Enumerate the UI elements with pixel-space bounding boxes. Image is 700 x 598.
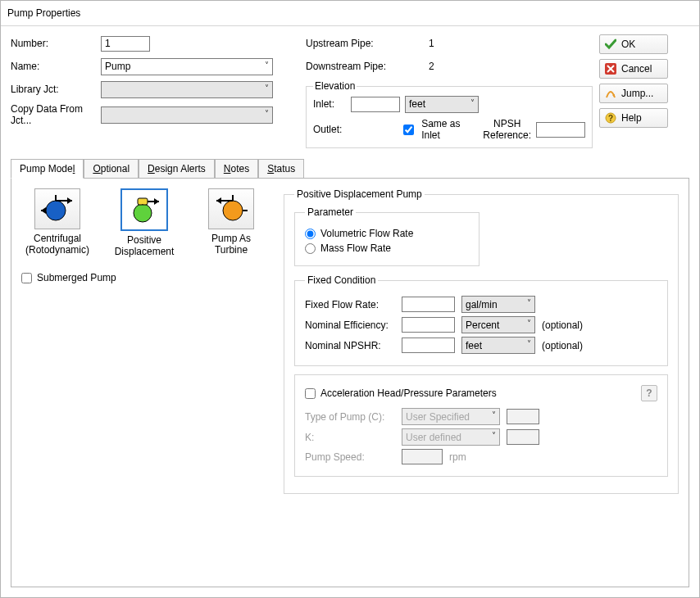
upstream-pipe-label: Upstream Pipe: [306,38,429,49]
window-title: Pump Properties [7,7,80,19]
tab-optional[interactable]: Optional [84,159,139,179]
npsh-ref-input[interactable] [536,122,585,138]
tab-design-alerts[interactable]: Design Alerts [139,159,215,179]
help-icon: ? [605,112,616,124]
pdp-column: Positive Displacement Pump Parameter Vol… [284,188,679,577]
type-pump-select: User Specified [402,408,500,425]
tab-status[interactable]: Status [258,159,304,179]
centrifugal-icon [41,194,74,224]
outlet-label: Outlet: [313,124,344,135]
type-pump-label: Type of Pump (C): [305,411,395,423]
pump-type-column: Centrifugal (Rotodynamic) Positive Displ… [21,188,267,577]
copy-data-label: Copy Data From Jct... [11,103,101,126]
ok-button[interactable]: OK [599,34,668,54]
pump-type-centrifugal[interactable]: Centrifugal (Rotodynamic) [21,188,93,257]
pipe-elev-fields: Upstream Pipe: 1 Downstream Pipe: 2 Elev… [306,34,593,148]
positive-displacement-caption: Positive Displacement [108,234,180,257]
pat-caption: Pump As Turbine [195,233,267,256]
number-label: Number: [11,38,101,49]
copy-data-select[interactable] [101,106,273,124]
title-bar: Pump Properties [1,1,699,26]
k-value-input [507,429,539,445]
pump-speed-label: Pump Speed: [305,451,395,463]
parameter-group: Parameter Volumetric Flow Rate Mass Flow… [294,206,480,266]
accel-help-button[interactable]: ? [641,385,657,401]
volumetric-label: Volumetric Flow Rate [320,228,413,239]
svg-point-7 [223,201,243,220]
type-pump-value-input [507,409,539,424]
nominal-npshr-label: Nominal NPSHR: [305,340,395,351]
pump-type-buttons: Centrifugal (Rotodynamic) Positive Displ… [21,188,267,257]
downstream-pipe-value: 2 [429,61,434,72]
nominal-npshr-input[interactable] [402,338,455,353]
nominal-eff-unit-select[interactable]: Percent [461,316,535,333]
upstream-pipe-value: 1 [429,38,434,49]
svg-point-4 [134,204,152,222]
svg-text:?: ? [608,114,613,123]
pump-as-turbine-icon [215,194,248,224]
fixed-condition-legend: Fixed Condition [305,274,378,286]
library-jct-select[interactable] [101,81,273,98]
nominal-eff-input[interactable] [402,317,455,333]
jump-icon [605,88,616,99]
fixed-flow-unit-select[interactable]: gal/min [461,296,535,313]
accel-group: Acceleration Head/Pressure Parameters ? … [294,374,668,477]
submerged-pump-checkbox[interactable] [21,273,32,283]
centrifugal-caption: Centrifugal (Rotodynamic) [21,233,93,256]
svg-point-3 [46,201,66,220]
help-button[interactable]: ? Help [599,108,668,128]
volumetric-radio[interactable] [305,229,316,239]
pump-type-pat[interactable]: Pump As Turbine [195,188,267,257]
tab-pump-model[interactable]: Pump Model [11,159,84,179]
inlet-elev-input[interactable] [351,97,400,112]
k-select: User defined [402,428,500,446]
name-combobox[interactable] [101,58,273,75]
number-input[interactable] [101,36,150,52]
mass-label: Mass Flow Rate [320,242,391,254]
downstream-pipe-label: Downstream Pipe: [306,61,429,72]
nominal-eff-label: Nominal Efficiency: [305,319,395,331]
fixed-flow-label: Fixed Flow Rate: [305,299,395,310]
k-label: K: [305,432,395,443]
pump-speed-input [402,449,443,464]
library-jct-label: Library Jct: [11,84,101,95]
pump-speed-unit: rpm [449,451,466,463]
inlet-elev-unit-select[interactable]: feet [405,96,479,113]
accel-checkbox[interactable] [305,388,316,399]
jump-button[interactable]: Jump... [599,84,668,103]
mass-radio[interactable] [305,243,316,254]
pdp-legend: Positive Displacement Pump [294,188,425,200]
pump-type-positive-displacement[interactable]: Positive Displacement [108,188,180,257]
accel-label: Acceleration Head/Pressure Parameters [320,387,497,399]
fixed-condition-group: Fixed Condition Fixed Flow Rate: gal/min… [294,274,668,366]
inlet-label: Inlet: [313,98,346,110]
fixed-flow-input[interactable] [402,297,455,312]
svg-rect-5 [138,198,148,205]
elevation-legend: Elevation [313,80,357,92]
submerged-pump-label: Submerged Pump [37,272,116,283]
checkmark-icon [605,39,616,50]
nominal-npshr-unit-select[interactable]: feet [461,337,535,354]
top-area: Number: Name: Library Jct: Copy Data Fro… [1,26,699,153]
npsh-ref-label: NPSH Reference: [483,118,531,141]
dialog-buttons: OK Cancel Jump... ? Help [599,34,689,148]
tab-strip: Pump Model Optional Design Alerts Notes … [11,158,689,178]
pump-properties-window: Pump Properties Number: Name: Library Jc… [0,0,700,598]
cancel-button[interactable]: Cancel [599,59,668,79]
npshr-optional-tag: (optional) [542,340,583,351]
eff-optional-tag: (optional) [542,319,583,331]
positive-displacement-icon [128,195,161,224]
same-as-inlet-checkbox[interactable] [403,125,414,135]
cancel-icon [605,63,616,75]
basic-fields: Number: Name: Library Jct: Copy Data Fro… [11,34,306,148]
elevation-group: Elevation Inlet: feet Outlet: Same as In… [306,80,593,148]
tab-notes[interactable]: Notes [215,159,258,179]
pdp-group: Positive Displacement Pump Parameter Vol… [284,188,679,494]
name-label: Name: [11,61,101,72]
pump-model-page: Centrifugal (Rotodynamic) Positive Displ… [11,178,689,587]
same-as-inlet-label: Same as Inlet [421,118,478,141]
parameter-legend: Parameter [305,206,356,218]
